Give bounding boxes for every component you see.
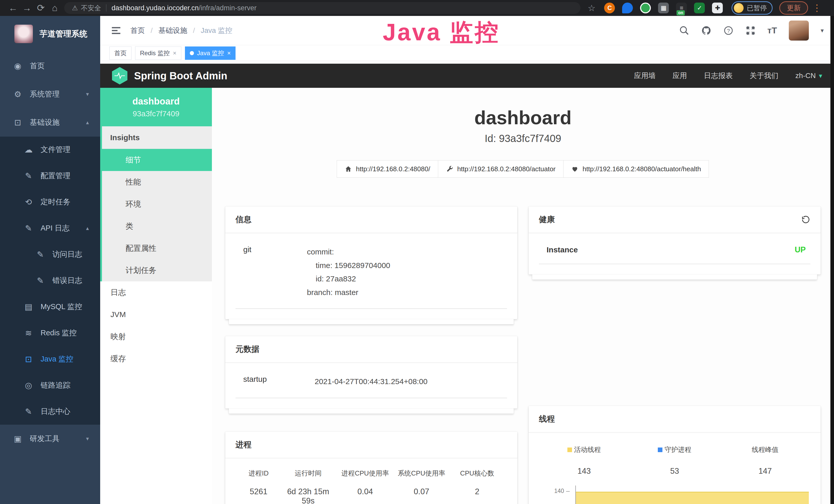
health-url-button[interactable]: http://192.168.0.2:48080/actuator/health bbox=[563, 160, 709, 178]
monitor-icon: ⊡ bbox=[23, 354, 35, 364]
service-url-button[interactable]: http://192.168.0.2:48080/ bbox=[337, 160, 438, 178]
browser-menu-icon[interactable]: ⋮ bbox=[812, 3, 821, 13]
update-button[interactable]: 更新 bbox=[779, 1, 808, 15]
sidebar-item-access-log[interactable]: ✎ 访问日志 bbox=[0, 241, 100, 268]
app-logo-row[interactable]: 芋道管理系统 bbox=[0, 16, 100, 52]
instance-links: http://192.168.0.2:48080/ http://192.168… bbox=[225, 160, 821, 178]
extension-y-icon[interactable] bbox=[640, 3, 651, 13]
sidebar-item-config[interactable]: ✎ 配置管理 bbox=[0, 163, 100, 189]
sidebar-item-log-center[interactable]: ✎ 日志中心 bbox=[0, 398, 100, 425]
close-icon[interactable]: × bbox=[173, 49, 176, 57]
sba-item-details[interactable]: 细节 bbox=[100, 149, 212, 171]
heartbeat-icon bbox=[571, 165, 578, 173]
sidebar-item-java-monitor[interactable]: ⊡ Java 监控 bbox=[0, 346, 100, 372]
metadata-card-header: 元数据 bbox=[225, 336, 517, 363]
sba-logo-icon[interactable] bbox=[112, 67, 127, 85]
sba-body: dashboard 93a3fc7f7409 Insights 细节 性能 环境… bbox=[100, 88, 834, 504]
header-actions: ? тT ▾ bbox=[679, 21, 824, 41]
sba-item-mappings[interactable]: 映射 bbox=[100, 325, 212, 348]
profile-paused-chip[interactable]: 已暂停 bbox=[731, 1, 773, 15]
sba-nav-about[interactable]: 关于我们 bbox=[750, 71, 778, 81]
update-label: 更新 bbox=[787, 3, 800, 13]
threads-card: 线程 活动线程 守护进程 bbox=[529, 406, 821, 504]
reload-icon[interactable]: ⟳ bbox=[34, 3, 48, 13]
sidebar-item-label: 基础设施 bbox=[30, 117, 60, 128]
extension-onetab-icon[interactable]: ≡on bbox=[676, 3, 687, 13]
sba-item-configprops[interactable]: 配置属性 bbox=[102, 237, 212, 259]
font-size-icon[interactable]: тT bbox=[767, 25, 777, 36]
git-commit-line: commit: bbox=[307, 245, 390, 259]
extensions-puzzle-icon[interactable]: ✚ bbox=[712, 3, 723, 13]
sidebar-item-mysql[interactable]: ▤ MySQL 监控 bbox=[0, 294, 100, 320]
tag-redis-monitor[interactable]: Redis 监控 × bbox=[135, 46, 181, 60]
metadata-card: 元数据 startup 2021-04-27T00:44:31.254+08:0… bbox=[225, 336, 517, 409]
sba-item-scheduledtasks[interactable]: 计划任务 bbox=[102, 259, 212, 281]
sba-nav-journal[interactable]: 日志报表 bbox=[704, 71, 733, 81]
service-url: http://192.168.0.2:48080/ bbox=[356, 165, 430, 173]
sba-item-logfile[interactable]: 日志 bbox=[100, 281, 212, 303]
card-stack-shadow bbox=[229, 409, 514, 414]
sba-instance-header[interactable]: dashboard 93a3fc7f7409 bbox=[100, 88, 212, 126]
extension-pin-icon[interactable] bbox=[622, 3, 633, 13]
forward-icon[interactable]: → bbox=[20, 3, 34, 13]
sba-brand-title[interactable]: Spring Boot Admin bbox=[134, 70, 227, 82]
sidebar-item-devtools[interactable]: ▣ 研发工具 ▾ bbox=[0, 425, 100, 453]
sidebar-item-trace[interactable]: ◎ 链路追踪 bbox=[0, 372, 100, 398]
sba-item-environment[interactable]: 环境 bbox=[102, 193, 212, 215]
github-icon[interactable] bbox=[701, 25, 711, 36]
breadcrumb-home[interactable]: 首页 bbox=[130, 26, 145, 35]
sba-item-metrics[interactable]: 性能 bbox=[102, 171, 212, 193]
sidebar-item-home[interactable]: ◉ 首页 bbox=[0, 52, 100, 80]
security-label[interactable]: 不安全 bbox=[81, 4, 101, 13]
extension-colorpicker-icon[interactable]: C bbox=[604, 3, 615, 13]
sidebar-item-label: 配置管理 bbox=[41, 171, 70, 181]
close-icon[interactable]: × bbox=[227, 49, 231, 57]
sidebar-item-infra[interactable]: ⊡ 基础设施 ▴ bbox=[0, 108, 100, 137]
window-scrollbar[interactable] bbox=[830, 16, 834, 504]
sba-item-caches[interactable]: 缓存 bbox=[100, 348, 212, 370]
browser-chrome: ← → ⟳ ⌂ ⚠ 不安全 dashboard.yudao.iocoder.cn… bbox=[0, 0, 834, 16]
url-path[interactable]: /infra/admin-server bbox=[199, 4, 257, 12]
process-uptime: 6d 23h 15m 59s bbox=[282, 487, 335, 504]
metadata-card-body: startup 2021-04-27T00:44:31.254+08:00 bbox=[225, 363, 517, 409]
sba-item-classes[interactable]: 类 bbox=[102, 215, 212, 237]
schedule-icon: ⟲ bbox=[23, 197, 35, 207]
sidebar-item-redis[interactable]: ≋ Redis 监控 bbox=[0, 320, 100, 346]
sba-item-jvm[interactable]: JVM bbox=[100, 303, 212, 325]
tag-home[interactable]: 首页 bbox=[109, 46, 132, 60]
sba-nav-applications[interactable]: 应用 bbox=[673, 71, 687, 81]
bookmark-star-icon[interactable]: ☆ bbox=[588, 3, 595, 13]
sidebar-item-file[interactable]: ☁ 文件管理 bbox=[0, 137, 100, 163]
chevron-down-icon: ▾ bbox=[86, 435, 89, 442]
sidebar-item-api-log[interactable]: ✎ API 日志 ▴ bbox=[0, 215, 100, 241]
url-host[interactable]: dashboard.yudao.iocoder.cn bbox=[111, 4, 199, 12]
sidebar-item-job[interactable]: ⟲ 定时任务 bbox=[0, 189, 100, 215]
address-bar[interactable]: ⚠ 不安全 dashboard.yudao.iocoder.cn/infra/a… bbox=[64, 2, 580, 14]
instance-id-line: Id: 93a3fc7f7409 bbox=[225, 133, 821, 144]
fullscreen-icon[interactable] bbox=[745, 25, 756, 36]
cloud-upload-icon: ☁ bbox=[23, 145, 35, 155]
tag-java-monitor[interactable]: Java 监控 × bbox=[185, 46, 236, 60]
app-title: 芋道管理系统 bbox=[40, 28, 87, 39]
back-icon[interactable]: ← bbox=[6, 3, 20, 13]
legend-swatch-blue bbox=[658, 448, 662, 452]
legend-peak-threads: 线程峰值 bbox=[720, 445, 810, 454]
sba-nav-wallboard[interactable]: 应用墙 bbox=[634, 71, 656, 81]
warning-icon: ⚠ bbox=[72, 4, 78, 12]
actuator-url-button[interactable]: http://192.168.0.2:48080/actuator bbox=[438, 160, 564, 178]
sidebar-item-system[interactable]: ⚙ 系统管理 ▾ bbox=[0, 80, 100, 108]
breadcrumb-section[interactable]: 基础设施 bbox=[158, 26, 187, 35]
help-icon[interactable]: ? bbox=[723, 25, 733, 36]
sba-section-insights: Insights bbox=[102, 126, 212, 149]
sba-locale-select[interactable]: zh-CN ▾ bbox=[795, 72, 822, 80]
avatar-caret-icon[interactable]: ▾ bbox=[821, 27, 824, 34]
extension-green-icon[interactable]: ✓ bbox=[694, 3, 705, 13]
home-icon[interactable]: ⌂ bbox=[48, 3, 62, 13]
sidebar-item-error-log[interactable]: ✎ 错误日志 bbox=[0, 268, 100, 294]
search-icon[interactable] bbox=[679, 25, 689, 36]
hamburger-icon[interactable] bbox=[110, 25, 122, 36]
user-avatar[interactable] bbox=[789, 21, 809, 41]
extension-grid-icon[interactable]: ▦ bbox=[658, 3, 669, 13]
log-icon: ✎ bbox=[35, 250, 46, 259]
history-icon[interactable] bbox=[801, 215, 810, 224]
